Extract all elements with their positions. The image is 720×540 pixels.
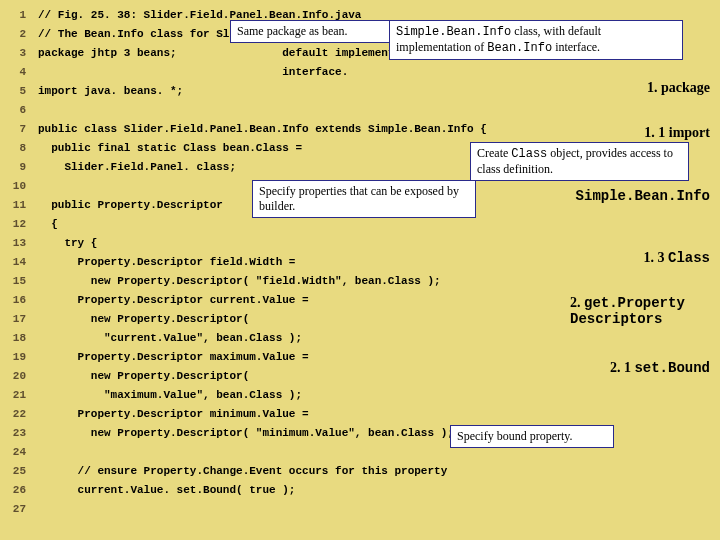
callout-simple-bean-info: Simple.Bean.Info class, with default imp… bbox=[389, 20, 683, 60]
code-line: 14 Property.Descriptor field.Width = bbox=[6, 253, 720, 272]
callout-bound-property: Specify bound property. bbox=[450, 425, 614, 448]
line-number: 3 bbox=[6, 44, 26, 63]
line-number: 27 bbox=[6, 500, 26, 519]
outline-package: 1. package bbox=[647, 80, 710, 96]
line-number: 20 bbox=[6, 367, 26, 386]
outline-simple-bean-info: Simple.Bean.Info bbox=[576, 188, 710, 204]
code-line: 22 Property.Descriptor minimum.Value = bbox=[6, 405, 720, 424]
code-line: 25 // ensure Property.Change.Event occur… bbox=[6, 462, 720, 481]
line-number: 17 bbox=[6, 310, 26, 329]
callout-create-class: Create Class object, provides access to … bbox=[470, 142, 689, 181]
outline-class: 1. 3 Class bbox=[643, 250, 710, 266]
callout-specify-properties: Specify properties that can be exposed b… bbox=[252, 180, 476, 218]
line-number: 10 bbox=[6, 177, 26, 196]
code-line: 5import java. beans. *; bbox=[6, 82, 720, 101]
line-number: 9 bbox=[6, 158, 26, 177]
line-number: 1 bbox=[6, 6, 26, 25]
code-line: 21 "maximum.Value", bean.Class ); bbox=[6, 386, 720, 405]
outline-import: 1. 1 import bbox=[644, 125, 710, 141]
line-number: 23 bbox=[6, 424, 26, 443]
callout-same-package: Same package as bean. bbox=[230, 20, 399, 43]
line-number: 6 bbox=[6, 101, 26, 120]
line-number: 7 bbox=[6, 120, 26, 139]
line-number: 25 bbox=[6, 462, 26, 481]
line-number: 15 bbox=[6, 272, 26, 291]
line-number: 19 bbox=[6, 348, 26, 367]
line-number: 24 bbox=[6, 443, 26, 462]
line-number: 13 bbox=[6, 234, 26, 253]
line-number: 21 bbox=[6, 386, 26, 405]
code-line: 4 interface. bbox=[6, 63, 720, 82]
line-number: 26 bbox=[6, 481, 26, 500]
code-line: 18 "current.Value", bean.Class ); bbox=[6, 329, 720, 348]
line-number: 12 bbox=[6, 215, 26, 234]
outline-set-bound: 2. 1 set.Bound bbox=[610, 360, 710, 376]
code-line: 15 new Property.Descriptor( "field.Width… bbox=[6, 272, 720, 291]
code-line: 7public class Slider.Field.Panel.Bean.In… bbox=[6, 120, 720, 139]
line-number: 8 bbox=[6, 139, 26, 158]
line-number: 18 bbox=[6, 329, 26, 348]
line-number: 5 bbox=[6, 82, 26, 101]
line-number: 16 bbox=[6, 291, 26, 310]
line-number: 14 bbox=[6, 253, 26, 272]
code-line: 6 bbox=[6, 101, 720, 120]
outline-get-property: 2. get.Property Descriptors bbox=[570, 295, 710, 327]
line-number: 22 bbox=[6, 405, 26, 424]
code-line: 13 try { bbox=[6, 234, 720, 253]
line-number: 11 bbox=[6, 196, 26, 215]
code-line: 26 current.Value. set.Bound( true ); bbox=[6, 481, 720, 500]
line-number: 2 bbox=[6, 25, 26, 44]
code-line: 27 bbox=[6, 500, 720, 519]
line-number: 4 bbox=[6, 63, 26, 82]
